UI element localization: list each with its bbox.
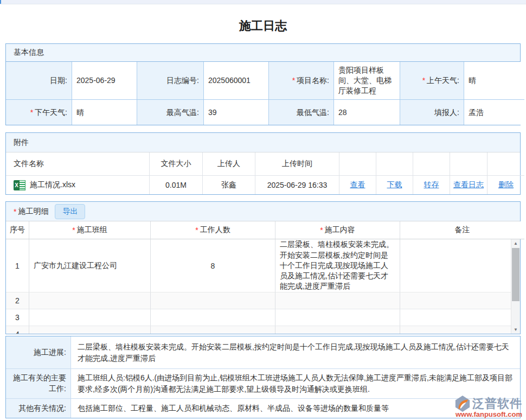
- field-label-log-number: 日志编号:: [137, 62, 204, 100]
- other-info-label: 其他有关情况:: [6, 399, 71, 418]
- export-button[interactable]: 导出: [55, 204, 85, 219]
- row-seq: 1: [6, 239, 29, 292]
- attachment-row: 施工情况.xlsx 0.01M 张鑫 2025-06-29 16:33 查看 下…: [6, 175, 520, 194]
- detail-table-header: 序号 *施工班组 *工作人数 *施工内容 备注: [6, 221, 520, 239]
- field-value-log-number: 2025060001: [204, 62, 269, 100]
- row-workers: [151, 292, 275, 309]
- row-remark: [400, 239, 520, 292]
- download-link[interactable]: 下载: [387, 180, 402, 190]
- required-marker: *: [14, 207, 16, 216]
- basic-info-header: 基本信息: [6, 44, 520, 62]
- field-value-max-temp: 39: [204, 100, 269, 125]
- attachments-title: 附件: [14, 138, 29, 148]
- brand-name: 泛普软件: [472, 396, 522, 412]
- attachment-upload-time: 2025-06-29 16:33: [255, 175, 339, 194]
- field-label-morning-weather: *上午天气:: [400, 62, 464, 100]
- excel-file-icon: [14, 180, 25, 190]
- field-value-reporter: 孟浩: [464, 100, 524, 125]
- attachment-file-size: 0.01M: [150, 175, 203, 194]
- required-marker: *: [72, 226, 75, 234]
- scrollbar-thumb[interactable]: [512, 248, 519, 301]
- row-content: 二层梁板、墙柱模板安装未完成。开始安装二层模板,按约定时间是十个工作日完成,现按…: [275, 239, 400, 292]
- attachments-header: 附件: [6, 133, 520, 152]
- row-team: [29, 292, 151, 309]
- col-workers: *工作人数: [151, 221, 275, 239]
- required-marker: *: [292, 75, 295, 86]
- col-file-name: 文件名称: [6, 152, 150, 175]
- attachments-column-header-row: 文件名称 文件大小 上传人 上传时间: [6, 152, 520, 175]
- attachment-file-name: 施工情况.xlsx: [30, 180, 75, 190]
- col-upload-time: 上传时间: [255, 152, 339, 175]
- row-seq: 4: [6, 326, 29, 334]
- main-work-label: 施工有关的主要工作:: [6, 369, 71, 398]
- field-label-reporter: 填报人:: [400, 100, 464, 125]
- summary-row-other: 其他有关情况: 包括施工部位、工程量、施工人员和机械动态、原材料、半成品、设备等…: [6, 399, 520, 418]
- attachment-uploader: 张鑫: [203, 175, 255, 194]
- row-remark: [400, 309, 520, 326]
- field-value-morning-weather: 晴: [464, 62, 524, 100]
- attachment-file-cell: 施工情况.xlsx: [6, 175, 150, 194]
- summary-row-main-work: 施工有关的主要工作: 施工班组人员:铝模6人.(由进场到目前为止,铝模班组木工班…: [6, 369, 520, 399]
- row-seq: 3: [6, 309, 29, 326]
- construction-detail-header: * 施工明细 导出: [6, 202, 520, 221]
- row-content: [275, 326, 400, 334]
- detail-table-body: 1 广安市九江建设工程公司 8 二层梁板、墙柱模板安装未完成。开始安装二层模板,…: [6, 239, 520, 334]
- col-file-size: 文件大小: [150, 152, 203, 175]
- other-info-value: 包括施工部位、工程量、施工人员和机械动态、原材料、半成品、设备等进场的数量和质量…: [71, 399, 520, 418]
- construction-detail-title: 施工明细: [18, 207, 48, 217]
- scroll-up-icon[interactable]: ▲: [511, 239, 520, 247]
- col-action-spacer: [339, 152, 376, 175]
- progress-value: 二层梁板、墙柱模板安装未完成。开始安装二层模板,按约定时间是十个工作日完成,现按…: [71, 336, 520, 368]
- construction-detail-panel: * 施工明细 导出 序号 *施工班组 *工作人数 *施工内容 备注 1 广安市九…: [5, 201, 521, 334]
- field-label-project-name: *项目名称:: [269, 62, 334, 100]
- row-content: [275, 292, 400, 309]
- field-value-project-name: 贵阳项目样板间、大堂、电梯厅装修工程: [334, 62, 400, 100]
- transfer-link[interactable]: 转存: [424, 180, 439, 190]
- required-marker: *: [422, 75, 425, 86]
- summary-panel: 施工进展: 二层梁板、墙柱模板安装未完成。开始安装二层模板,按约定时间是十个工作…: [5, 336, 521, 418]
- detail-scrollbar[interactable]: ▲ ▼: [511, 239, 520, 334]
- col-remark: 备注: [400, 221, 524, 239]
- field-value-afternoon-weather: 晴: [72, 100, 137, 125]
- top-left-accent: [0, 0, 1, 4]
- col-seq: 序号: [6, 221, 29, 239]
- required-marker: *: [195, 226, 198, 234]
- row-team: 广安市九江建设工程公司: [29, 239, 151, 292]
- field-value-date: 2025-06-29: [72, 62, 137, 100]
- col-content: *施工内容: [275, 221, 400, 239]
- required-marker: *: [320, 226, 323, 234]
- detail-row-3: 3: [6, 309, 520, 326]
- detail-row-4: 4: [6, 326, 520, 334]
- delete-link[interactable]: 删除: [498, 180, 514, 190]
- row-workers: [151, 326, 275, 334]
- detail-row-1: 1 广安市九江建设工程公司 8 二层梁板、墙柱模板安装未完成。开始安装二层模板,…: [6, 239, 520, 292]
- main-work-value: 施工班组人员:铝模6人.(由进场到目前为止,铝模班组木工班进场施工人员人数无法保…: [71, 369, 520, 398]
- scroll-down-icon[interactable]: ▼: [511, 326, 520, 334]
- view-log-link[interactable]: 查看日志: [453, 180, 484, 190]
- browser-top-strip: [0, 0, 526, 4]
- page-title: 施工日志: [0, 18, 526, 34]
- progress-label: 施工进展:: [6, 336, 71, 368]
- field-label-max-temp: 最高气温:: [137, 100, 204, 125]
- basic-info-grid: 日期: 2025-06-29 日志编号: 2025060001 *项目名称: 贵…: [6, 62, 520, 125]
- basic-info-panel: 基本信息 日期: 2025-06-29 日志编号: 2025060001 *项目…: [5, 43, 521, 125]
- col-action-spacer: [413, 152, 450, 175]
- row-remark: [400, 326, 520, 334]
- brand-url: www.fanpusoft.com: [454, 410, 522, 418]
- row-remark: [400, 292, 520, 309]
- row-content: [275, 309, 400, 326]
- summary-row-progress: 施工进展: 二层梁板、墙柱模板安装未完成。开始安装二层模板,按约定时间是十个工作…: [6, 336, 520, 369]
- field-label-afternoon-weather: *下午天气:: [6, 100, 72, 125]
- row-team: [29, 326, 151, 334]
- row-workers: 8: [151, 239, 275, 292]
- fanpu-logo-icon: [454, 396, 471, 412]
- col-action-spacer: [376, 152, 413, 175]
- attachments-panel: 附件 文件名称 文件大小 上传人 上传时间 施工情况.xlsx 0.01M 张鑫…: [5, 132, 521, 195]
- col-uploader: 上传人: [203, 152, 255, 175]
- col-team: *施工班组: [29, 221, 151, 239]
- view-link[interactable]: 查看: [350, 180, 365, 190]
- detail-row-2: 2: [6, 292, 520, 309]
- required-marker: *: [30, 107, 33, 118]
- row-seq: 2: [6, 292, 29, 309]
- col-action-spacer: [450, 152, 487, 175]
